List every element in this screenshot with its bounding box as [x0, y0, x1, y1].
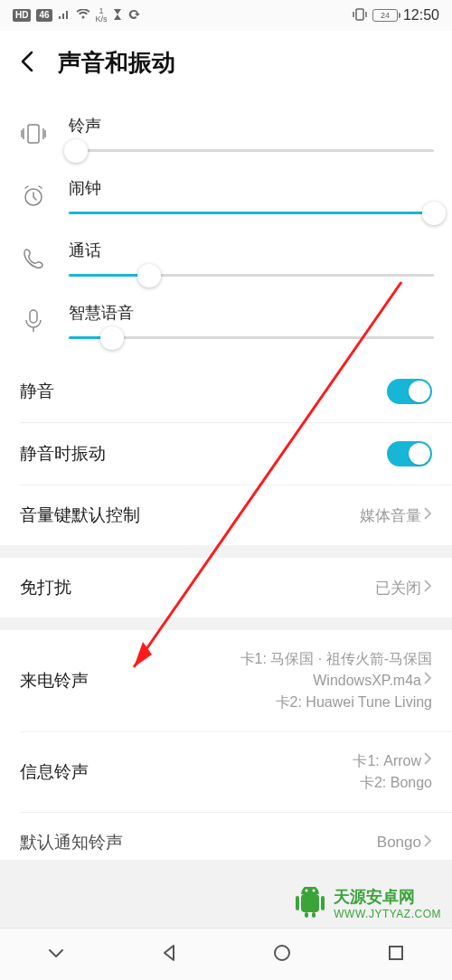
row-volume-key-default[interactable]: 音量键默认控制 媒体音量: [0, 485, 452, 545]
svg-rect-10: [312, 912, 315, 918]
vibration-icon: [18, 122, 49, 146]
svg-rect-14: [390, 947, 402, 959]
svg-rect-1: [28, 125, 39, 143]
row-dnd[interactable]: 免打扰 已关闭: [0, 558, 452, 617]
wifi-icon: [76, 8, 90, 23]
slider-ringtone: 铃声: [0, 102, 452, 165]
slider-call: 通话: [0, 227, 452, 289]
watermark-url: WWW.JYTYAZ.COM: [334, 908, 441, 920]
watermark-title: 天源安卓网: [334, 886, 441, 908]
slider-label: 闹钟: [69, 177, 434, 199]
row-value: Bongo: [377, 834, 421, 852]
row-value: 媒体音量: [360, 505, 421, 526]
slider-thumb[interactable]: [64, 139, 88, 163]
row-label: 免打扰: [20, 576, 71, 599]
slider-track[interactable]: [69, 212, 434, 214]
slider-voice: 智慧语音: [0, 289, 452, 352]
alarm-icon: [18, 184, 49, 209]
slider-label: 智慧语音: [69, 302, 434, 324]
header: 声音和振动: [0, 31, 452, 97]
row-label: 静音时振动: [20, 442, 106, 466]
row-label: 来电铃声: [20, 669, 89, 693]
row-label: 默认通知铃声: [20, 831, 123, 854]
svg-rect-8: [301, 894, 319, 912]
back-icon[interactable]: [16, 50, 40, 77]
nav-bar: [0, 928, 452, 980]
toggle-vibrate-when-mute[interactable]: [387, 441, 432, 466]
nav-home-icon[interactable]: [271, 942, 293, 967]
ringtone-values: 卡1: 马保国 · 祖传火箭-马保国 WindowsXP.m4a 卡2: Hua…: [240, 648, 432, 713]
watermark-icon: [294, 887, 326, 919]
row-default-notification[interactable]: 默认通知铃声 Bongo: [0, 813, 452, 860]
svg-rect-3: [30, 310, 37, 323]
msg-line2: 卡2: Bongo: [360, 772, 432, 794]
msg-line1: 卡1: Arrow: [353, 750, 421, 772]
row-label: 信息铃声: [20, 760, 89, 784]
row-label: 静音: [20, 380, 54, 403]
row-mute[interactable]: 静音: [0, 361, 452, 422]
status-right: 24 12:50: [353, 7, 439, 24]
ringtone-line3: 卡2: Huawei Tune Living: [276, 692, 432, 713]
ringtone-line1: 卡1: 马保国 · 祖传火箭-马保国: [240, 648, 432, 670]
watermark: 天源安卓网 WWW.JYTYAZ.COM: [294, 886, 441, 920]
volume-sliders: 铃声 闹钟 通话: [0, 97, 452, 361]
toggle-mute[interactable]: [387, 379, 432, 404]
svg-point-12: [313, 890, 315, 892]
ringtone-line2: WindowsXP.m4a: [313, 670, 421, 692]
mic-icon: [18, 308, 49, 334]
clock-text: 12:50: [403, 7, 439, 24]
slider-thumb[interactable]: [137, 264, 161, 287]
nav-back-icon[interactable]: [159, 943, 179, 966]
chevron-right-icon: [423, 670, 432, 692]
net-speed: 1 K/s: [96, 7, 108, 24]
slider-track[interactable]: [69, 336, 434, 339]
slider-thumb[interactable]: [100, 326, 124, 350]
message-tone-values: 卡1: Arrow 卡2: Bongo: [353, 750, 432, 794]
svg-rect-0: [356, 9, 363, 20]
signal-icon: [58, 8, 71, 23]
row-call-ringtone[interactable]: 来电铃声 卡1: 马保国 · 祖传火箭-马保国 WindowsXP.m4a 卡2…: [0, 630, 452, 731]
ringtone-section: 来电铃声 卡1: 马保国 · 祖传火箭-马保国 WindowsXP.m4a 卡2…: [0, 630, 452, 860]
row-label: 音量键默认控制: [20, 504, 140, 527]
slider-thumb[interactable]: [422, 202, 446, 225]
battery-pct: 24: [381, 11, 390, 20]
status-left: HD 46 1 K/s: [13, 7, 140, 24]
speed-unit: K/s: [96, 15, 108, 24]
sync-icon: [127, 8, 140, 24]
svg-rect-6: [296, 896, 299, 910]
chevron-right-icon: [423, 834, 432, 853]
vibrate-icon: [353, 8, 367, 24]
phone-icon: [18, 247, 49, 270]
row-message-tone[interactable]: 信息铃声 卡1: Arrow 卡2: Bongo: [0, 732, 452, 812]
nav-recent-icon[interactable]: [386, 943, 406, 966]
row-value: 已关闭: [375, 578, 421, 598]
svg-rect-7: [321, 896, 325, 910]
svg-point-11: [306, 890, 308, 892]
slider-label: 通话: [69, 240, 434, 261]
row-vibrate-when-mute[interactable]: 静音时振动: [0, 423, 452, 485]
dnd-section: 免打扰 已关闭: [0, 558, 452, 617]
status-bar: HD 46 1 K/s 24 12:50: [0, 0, 452, 31]
slider-track[interactable]: [69, 149, 434, 152]
chevron-right-icon: [423, 579, 432, 598]
page-title: 声音和振动: [58, 47, 175, 79]
svg-rect-9: [305, 912, 308, 918]
chevron-right-icon: [423, 750, 432, 772]
hourglass-icon: [113, 8, 122, 24]
svg-point-13: [275, 946, 289, 960]
network-icon: 46: [36, 9, 52, 22]
hd-icon: HD: [13, 9, 31, 22]
chevron-right-icon: [423, 506, 432, 525]
battery-icon: 24: [372, 9, 398, 22]
slider-track[interactable]: [69, 274, 434, 277]
toggle-section: 静音 静音时振动 音量键默认控制 媒体音量: [0, 361, 452, 545]
slider-label: 铃声: [69, 115, 434, 137]
nav-hide-icon[interactable]: [46, 943, 66, 966]
slider-alarm: 闹钟: [0, 165, 452, 227]
